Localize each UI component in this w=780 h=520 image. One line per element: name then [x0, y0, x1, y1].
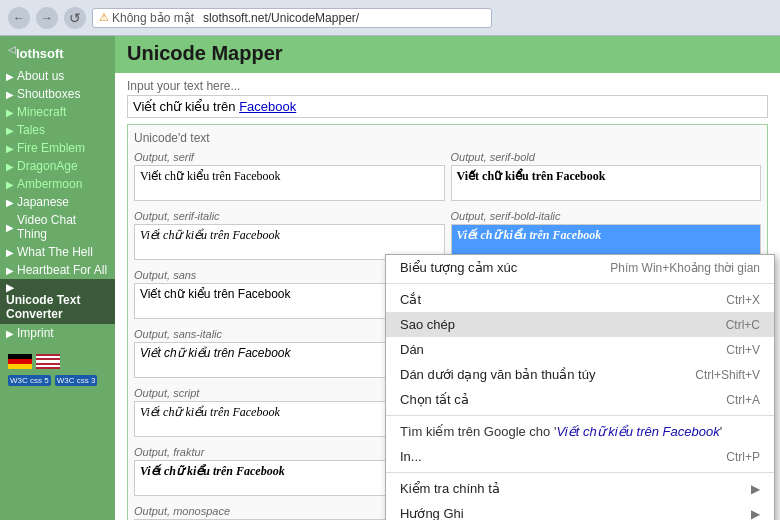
- output-serif-bold-label: Output, serif-bold: [451, 151, 762, 163]
- context-menu-cut[interactable]: Cắt Ctrl+X: [386, 287, 774, 312]
- sidebar-item-ambermoon[interactable]: ▶ Ambermoon: [0, 175, 115, 193]
- page-header: Unicode Mapper: [115, 36, 780, 73]
- sidebar-item-japanese[interactable]: ▶ Japanese: [0, 193, 115, 211]
- context-menu-print[interactable]: In... Ctrl+P: [386, 444, 774, 469]
- sidebar-item-about[interactable]: ▶ About us: [0, 67, 115, 85]
- address-bar[interactable]: ⚠ Không bảo mật slothsoft.net/UnicodeMap…: [92, 8, 492, 28]
- arrow-icon: ▶: [6, 125, 14, 136]
- copy-label: Sao chép: [400, 317, 455, 332]
- output-serif-label: Output, serif: [134, 151, 445, 163]
- main-text-display: Viết chữ kiểu trên Facebook: [127, 95, 768, 118]
- print-shortcut: Ctrl+P: [726, 450, 760, 464]
- cut-label: Cắt: [400, 292, 421, 307]
- arrow-icon: ▶: [6, 161, 14, 172]
- main-layout: ◁lothsoft ▶ About us ▶ Shoutboxes ▶ Mine…: [0, 36, 780, 520]
- sidebar-item-unicode[interactable]: ▶ Unicode Text Converter: [0, 279, 115, 324]
- german-flag[interactable]: [8, 354, 32, 369]
- emoji-label: Biểu tượng cảm xúc: [400, 260, 517, 275]
- separator-2: [386, 415, 774, 416]
- arrow-icon: ▶: [6, 247, 14, 258]
- sidebar-item-fireemblem[interactable]: ▶ Fire Emblem: [0, 139, 115, 157]
- output-serif-bold-textarea[interactable]: Viết chữ kiểu trên Facebook: [451, 165, 762, 201]
- us-flag[interactable]: [36, 354, 60, 369]
- output-serif-textarea[interactable]: Viết chữ kiểu trên Facebook: [134, 165, 445, 201]
- security-icon: ⚠: [99, 11, 109, 24]
- copy-shortcut: Ctrl+C: [726, 318, 760, 332]
- sidebar: ◁lothsoft ▶ About us ▶ Shoutboxes ▶ Mine…: [0, 36, 115, 520]
- spellcheck-label: Kiểm tra chính tả: [400, 481, 500, 496]
- output-serif-bold-italic-label: Output, serif-bold-italic: [451, 210, 762, 222]
- context-menu-paste[interactable]: Dán Ctrl+V: [386, 337, 774, 362]
- context-menu: Biểu tượng cảm xúc Phím Win+Khoảng thời …: [385, 254, 775, 520]
- emoji-shortcut: Phím Win+Khoảng thời gian: [610, 261, 760, 275]
- url-text: slothsoft.net/UnicodeMapper/: [203, 11, 359, 25]
- separator-3: [386, 472, 774, 473]
- content-area: Unicode Mapper Input your text here... V…: [115, 36, 780, 520]
- w3c-css-badge: W3C css 3: [55, 375, 98, 386]
- secure-label: Không bảo mật: [112, 11, 194, 25]
- page-title: Unicode Mapper: [127, 42, 768, 65]
- back-button[interactable]: ←: [8, 7, 30, 29]
- input-label: Input your text here...: [127, 79, 768, 93]
- select-all-label: Chọn tất cả: [400, 392, 469, 407]
- search-label: Tìm kiếm trên Google cho 'Viết chữ kiểu …: [400, 424, 722, 439]
- facebook-link[interactable]: Facebook: [239, 99, 296, 114]
- paste-shortcut: Ctrl+V: [726, 343, 760, 357]
- sidebar-item-whatthehell[interactable]: ▶ What The Hell: [0, 243, 115, 261]
- context-menu-writing-direction[interactable]: Hướng Ghi ▶: [386, 501, 774, 520]
- sidebar-item-videochat[interactable]: ▶ Video Chat Thing: [0, 211, 115, 243]
- arrow-icon: ▶: [6, 328, 14, 339]
- sidebar-item-tales[interactable]: ▶ Tales: [0, 121, 115, 139]
- sidebar-brand: ◁lothsoft: [0, 40, 115, 67]
- search-query: Viết chữ kiểu trên Facebook: [556, 424, 719, 439]
- context-menu-select-all[interactable]: Chọn tất cả Ctrl+A: [386, 387, 774, 412]
- browser-toolbar: ← → ↺ ⚠ Không bảo mật slothsoft.net/Unic…: [0, 0, 780, 36]
- language-flags: [0, 350, 115, 373]
- output-serif: Output, serif Viết chữ kiểu trên Faceboo…: [134, 151, 445, 204]
- paste-plain-shortcut: Ctrl+Shift+V: [695, 368, 760, 382]
- reload-button[interactable]: ↺: [64, 7, 86, 29]
- sidebar-item-minecraft[interactable]: ▶ Minecraft: [0, 103, 115, 121]
- arrow-icon: ▶: [6, 71, 14, 82]
- cut-shortcut: Ctrl+X: [726, 293, 760, 307]
- arrow-icon: ▶: [6, 143, 14, 154]
- w3c-badges: W3C css 5 W3C css 3: [0, 373, 115, 388]
- arrow-icon: ▶: [6, 265, 14, 276]
- paste-plain-label: Dán dưới dạng văn bản thuần túy: [400, 367, 595, 382]
- context-menu-emoji[interactable]: Biểu tượng cảm xúc Phím Win+Khoảng thời …: [386, 255, 774, 280]
- context-menu-paste-plain[interactable]: Dán dưới dạng văn bản thuần túy Ctrl+Shi…: [386, 362, 774, 387]
- forward-button[interactable]: →: [36, 7, 58, 29]
- sidebar-item-shoutboxes[interactable]: ▶ Shoutboxes: [0, 85, 115, 103]
- sidebar-item-imprint[interactable]: ▶ Imprint: [0, 324, 115, 342]
- unicode-section-label: Unicode'd text: [134, 131, 761, 145]
- separator-1: [386, 283, 774, 284]
- arrow-icon: ▶: [6, 179, 14, 190]
- paste-label: Dán: [400, 342, 424, 357]
- arrow-icon: ▶: [6, 89, 14, 100]
- context-menu-copy[interactable]: Sao chép Ctrl+C: [386, 312, 774, 337]
- context-menu-search[interactable]: Tìm kiếm trên Google cho 'Viết chữ kiểu …: [386, 419, 774, 444]
- writing-direction-label: Hướng Ghi: [400, 506, 464, 520]
- arrow-icon: ▶: [6, 197, 14, 208]
- print-label: In...: [400, 449, 422, 464]
- arrow-icon: ▶: [6, 107, 14, 118]
- sidebar-item-heartbeat[interactable]: ▶ Heartbeat For All: [0, 261, 115, 279]
- sidebar-item-dragonage[interactable]: ▶ DragonAge: [0, 157, 115, 175]
- writing-direction-arrow: ▶: [751, 507, 760, 521]
- arrow-icon: ▶: [6, 222, 14, 233]
- select-all-shortcut: Ctrl+A: [726, 393, 760, 407]
- spellcheck-arrow: ▶: [751, 482, 760, 496]
- w3c-html-badge: W3C css 5: [8, 375, 51, 386]
- output-serif-bold: Output, serif-bold Viết chữ kiểu trên Fa…: [451, 151, 762, 204]
- output-serif-italic-label: Output, serif-italic: [134, 210, 445, 222]
- arrow-icon: ▶: [6, 282, 14, 293]
- context-menu-spellcheck[interactable]: Kiểm tra chính tả ▶: [386, 476, 774, 501]
